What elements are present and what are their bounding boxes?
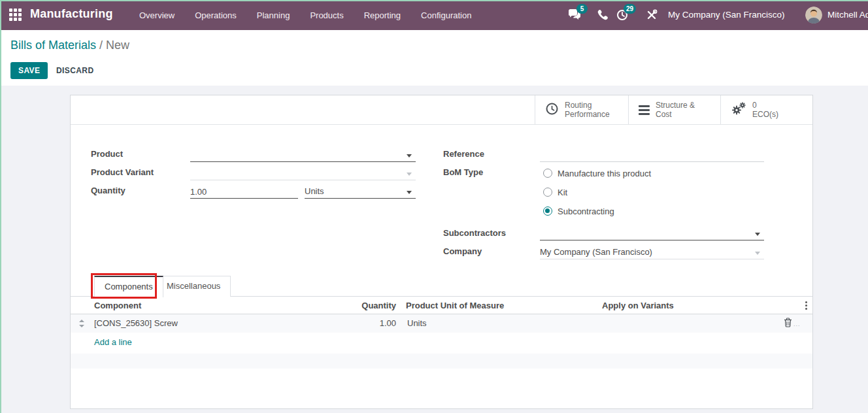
product-variant-field — [190, 167, 416, 180]
menu-products[interactable]: Products — [310, 10, 343, 20]
drag-handle-icon[interactable] — [78, 320, 85, 327]
chevron-down-icon — [407, 173, 412, 176]
company-label: Company — [443, 246, 482, 256]
add-a-line-link[interactable]: Add a line — [94, 337, 132, 347]
discard-button[interactable]: DISCARD — [52, 62, 97, 79]
cell-component[interactable]: [CONS_25630] Screw — [94, 318, 178, 328]
chevron-down-icon — [755, 252, 760, 255]
menu-planning[interactable]: Planning — [257, 10, 290, 20]
product-label: Product — [91, 149, 123, 159]
menu-reporting[interactable]: Reporting — [364, 10, 401, 20]
eco-label: ECO(s) — [752, 110, 778, 119]
col-apply-on-variants: Apply on Variants — [602, 301, 674, 310]
window-edge-left — [0, 0, 1, 413]
quantity-input[interactable] — [190, 185, 298, 198]
chevron-down-icon — [407, 191, 412, 194]
chevron-down-icon — [755, 233, 760, 236]
subcontractors-field[interactable] — [540, 227, 764, 240]
reference-field[interactable] — [540, 148, 764, 162]
gears-icon — [731, 101, 746, 118]
activities-badge: 29 — [624, 4, 636, 14]
radio-selected-icon[interactable] — [543, 206, 552, 216]
company-switcher[interactable]: My Company (San Francisco) — [668, 10, 785, 20]
radio-unselected-icon[interactable] — [543, 188, 552, 197]
product-input[interactable] — [190, 148, 416, 161]
optional-columns-icon[interactable] — [805, 301, 807, 303]
manufacturing-app-window: Manufacturing Overview Operations Planni… — [0, 0, 868, 413]
phone-icon[interactable] — [596, 8, 610, 22]
eco-count: 0 — [752, 101, 757, 110]
components-table-header: Component Quantity Product Unit of Measu… — [71, 297, 812, 314]
cell-quantity[interactable]: 1.00 — [345, 318, 396, 328]
uom-field[interactable]: Units — [305, 185, 416, 199]
empty-stripe-row — [71, 354, 812, 369]
user-menu[interactable]: Mitchell Ad — [827, 10, 868, 20]
breadcrumb-bills-of-materials[interactable]: Bills of Materials — [10, 39, 96, 52]
uom-value: Units — [305, 186, 324, 196]
tab-components[interactable]: Components — [94, 276, 163, 297]
app-title[interactable]: Manufacturing — [30, 7, 113, 21]
quantity-label: Quantity — [91, 186, 125, 195]
trash-icon — [784, 318, 792, 327]
save-button[interactable]: SAVE — [10, 62, 48, 79]
list-icon — [639, 105, 650, 115]
tab-miscellaneous[interactable]: Miscellaneous — [156, 276, 231, 297]
window-edge-top — [0, 0, 868, 1]
reference-label: Reference — [443, 149, 484, 159]
routing-performance-button[interactable]: RoutingPerformance — [535, 95, 628, 124]
status-strip: RoutingPerformance Structure &Cost — [71, 95, 812, 125]
structure-label-line1: Structure & — [656, 101, 695, 110]
cell-uom[interactable]: Units — [407, 318, 427, 328]
top-navbar: Manufacturing Overview Operations Planni… — [0, 0, 868, 30]
product-field[interactable] — [190, 148, 416, 162]
bom-type-label: BoM Type — [443, 167, 483, 177]
messages-badge: 5 — [576, 4, 588, 14]
control-panel: Bills of Materials / New SAVE DISCARD — [0, 30, 868, 86]
subcontractors-input[interactable] — [540, 227, 764, 240]
bom-type-option-subcontracting[interactable]: Subcontracting — [543, 205, 614, 217]
routing-label-line1: Routing — [565, 101, 592, 110]
breadcrumb-new: New — [106, 39, 129, 52]
add-line-row: Add a line — [71, 333, 812, 352]
bom-type-option-kit[interactable]: Kit — [543, 186, 567, 198]
col-component: Component — [94, 301, 141, 310]
row-more-indicator: ... — [793, 321, 801, 327]
product-variant-label: Product Variant — [91, 167, 154, 177]
menu-operations[interactable]: Operations — [195, 10, 237, 20]
bom-form-sheet: RoutingPerformance Structure &Cost — [70, 95, 813, 409]
breadcrumb: Bills of Materials / New — [10, 39, 129, 52]
bom-type-option-label: Kit — [558, 188, 567, 197]
structure-cost-button[interactable]: Structure &Cost — [628, 95, 720, 124]
user-avatar[interactable] — [805, 7, 822, 24]
eco-button[interactable]: 0ECO(s) — [720, 95, 812, 124]
quantity-field[interactable] — [190, 185, 298, 199]
col-uom: Product Unit of Measure — [406, 301, 504, 310]
tools-icon[interactable] — [645, 8, 659, 22]
reference-input[interactable] — [540, 148, 764, 161]
delete-row-button[interactable]: ... — [784, 318, 801, 327]
menu-configuration[interactable]: Configuration — [421, 10, 471, 20]
subcontractors-label: Subcontractors — [443, 228, 506, 238]
col-quantity: Quantity — [345, 301, 396, 310]
apps-menu-icon[interactable] — [9, 8, 22, 22]
main-menu: Overview Operations Planning Products Re… — [139, 0, 471, 30]
menu-overview[interactable]: Overview — [139, 10, 175, 20]
routing-label-line2: Performance — [565, 110, 610, 119]
bom-type-option-label: Manufacture this product — [558, 169, 651, 178]
notebook-tabs: Components Miscellaneous — [71, 276, 812, 297]
structure-label-line2: Cost — [656, 110, 672, 119]
company-value: My Company (San Francisco) — [540, 247, 652, 257]
bom-type-option-label: Subcontracting — [558, 206, 614, 216]
clock-icon — [545, 102, 559, 118]
radio-unselected-icon[interactable] — [543, 169, 552, 178]
company-field: My Company (San Francisco) — [540, 246, 764, 259]
table-row[interactable]: [CONS_25630] Screw 1.00 Units ... — [71, 314, 812, 333]
breadcrumb-separator: / — [99, 39, 103, 52]
bom-type-option-manufacture[interactable]: Manufacture this product — [543, 167, 651, 179]
chevron-down-icon — [407, 154, 412, 157]
